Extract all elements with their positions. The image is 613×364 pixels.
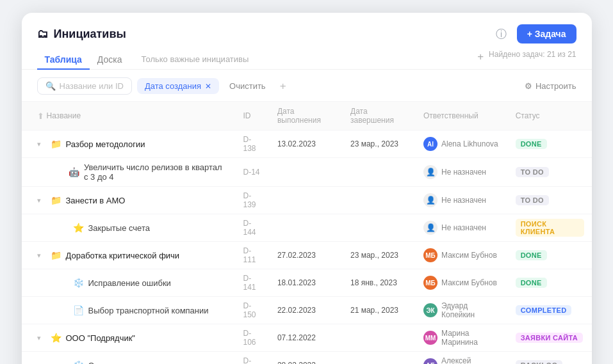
cell-end-date: 18 янв., 2023 [343, 269, 416, 297]
cell-due-date [270, 158, 343, 187]
settings-icon: ⚙ [525, 81, 532, 91]
status-badge: ПОИСК КЛИЕНТА [516, 219, 584, 237]
avatar-none: 👤 [423, 193, 437, 207]
status-badge: DONE [516, 250, 547, 260]
row-type-icon: ⭐ [73, 223, 84, 233]
table-row: ❄️Согласовать договорD-11028.03.2023АБАл… [22, 352, 592, 365]
tab-board[interactable]: Доска [90, 51, 130, 70]
row-label: Увеличить число релизов в квартал с 3 до… [84, 162, 228, 182]
chip-close-icon[interactable]: ✕ [205, 82, 211, 91]
date-filter-chip[interactable]: Дата создания ✕ [137, 78, 219, 94]
status-badge: DONE [516, 139, 547, 149]
cell-id: D-139 [236, 187, 270, 214]
assignee-name: Марина Маринина [441, 329, 500, 347]
row-label: Выбор транспортной компании [88, 306, 209, 315]
avatar: МБ [423, 276, 437, 290]
avatar: ЭК [423, 303, 437, 317]
cell-end-date [343, 158, 416, 187]
cell-due-date: 27.02.2023 [270, 242, 343, 269]
cell-status: DONE [508, 131, 592, 158]
row-type-icon: 📁 [51, 139, 61, 149]
cell-name: ▾📁Доработка критической фичи [22, 242, 236, 269]
tabs-add-icon[interactable]: + [477, 51, 484, 63]
tab-important[interactable]: Только важные инициативы [136, 51, 254, 69]
settings-label: Настроить [535, 81, 576, 91]
cell-assignee: МБМаксим Бубнов [416, 242, 508, 269]
row-type-icon: ❄️ [73, 278, 84, 288]
cell-id: D-14 [236, 158, 270, 187]
expand-chevron[interactable]: ▾ [37, 196, 46, 205]
cell-end-date [343, 214, 416, 242]
tasks-table: ⬆ Название ID Дата выполнения Дата завер… [22, 102, 592, 364]
cell-assignee: 👤Не назначен [416, 187, 508, 214]
table-row: ❄️Исправление ошибкиD-14118.01.202318 ян… [22, 269, 592, 297]
cell-name: ▾⭐ООО "Подрядчик" [22, 324, 236, 352]
assignee-name: Не назначен [441, 223, 486, 232]
cell-id: D-144 [236, 214, 270, 242]
settings-button[interactable]: ⚙ Настроить [525, 81, 576, 91]
table-header: ⬆ Название ID Дата выполнения Дата завер… [22, 102, 592, 131]
add-filter-icon[interactable]: + [276, 79, 290, 94]
row-type-icon: 📄 [73, 305, 84, 315]
cell-name: 🤖Увеличить число релизов в квартал с 3 д… [22, 158, 236, 187]
row-type-icon: 📁 [51, 195, 61, 205]
status-badge: BACKLOG [516, 360, 563, 364]
search-filter[interactable]: 🔍 Название или ID [37, 77, 132, 95]
row-label: Исправление ошибки [88, 278, 171, 288]
header-title: 🗂 Инициативы [37, 28, 126, 41]
assignee-name: Алексей Бибирев [441, 356, 500, 364]
expand-chevron[interactable]: ▾ [37, 251, 46, 260]
cell-assignee: АБАлексей Бибирев [416, 352, 508, 365]
tab-table[interactable]: Таблица [37, 51, 90, 70]
cell-due-date: 18.01.2023 [270, 269, 343, 297]
col-assignee: Ответственный [416, 102, 508, 131]
cell-status: BACKLOG [508, 352, 592, 365]
status-badge: COMPLETED [516, 305, 572, 315]
search-icon: 🔍 [45, 81, 56, 91]
cell-name: ⭐Закрытые счета [22, 214, 236, 242]
avatar: ММ [423, 331, 437, 345]
row-type-icon: ⭐ [51, 333, 61, 343]
clear-filter-button[interactable]: Очистить [224, 78, 271, 94]
add-task-button[interactable]: + Задача [517, 24, 576, 44]
cell-id: D-111 [236, 242, 270, 269]
card-header: 🗂 Инициативы ⓘ + Задача [22, 13, 592, 44]
status-badge: TO DO [516, 167, 549, 177]
row-type-icon: 📁 [51, 250, 61, 260]
assignee-name: Не назначен [441, 168, 486, 177]
cell-id: D-141 [236, 269, 270, 297]
cell-id: D-106 [236, 324, 270, 352]
cell-due-date: 13.02.2023 [270, 131, 343, 158]
table-row: ▾📁Разбор методологииD-13813.02.202323 ма… [22, 131, 592, 158]
expand-chevron[interactable]: ▾ [37, 334, 46, 342]
cell-name: ❄️Согласовать договор [22, 352, 236, 365]
row-type-icon: 🤖 [69, 167, 79, 177]
cell-end-date [343, 352, 416, 365]
row-label: ООО "Подрядчик" [66, 333, 135, 343]
main-card: 🗂 Инициативы ⓘ + Задача Таблица Доска То… [22, 13, 592, 364]
avatar-none: 👤 [423, 221, 437, 235]
found-count: Найдено задач: 21 из 21 [489, 50, 576, 64]
cell-status: TO DO [508, 158, 592, 187]
cell-status: COMPLETED [508, 297, 592, 324]
folder-icon: 🗂 [37, 28, 49, 41]
cell-assignee: МБМаксим Бубнов [416, 269, 508, 297]
expand-chevron[interactable]: ▾ [37, 140, 46, 148]
table-row: ▾⭐ООО "Подрядчик"D-10607.12.2022МММарина… [22, 324, 592, 352]
cell-due-date: 07.12.2022 [270, 324, 343, 352]
page-title: Инициативы [54, 28, 126, 41]
table-row: 📄Выбор транспортной компанииD-15022.02.2… [22, 297, 592, 324]
filters-bar: 🔍 Название или ID Дата создания ✕ Очисти… [22, 70, 592, 102]
chip-label: Дата создания [145, 81, 201, 91]
table-row: ▾📁Доработка критической фичиD-11127.02.2… [22, 242, 592, 269]
assignee-name: Максим Бубнов [441, 251, 497, 260]
info-button[interactable]: ⓘ [493, 25, 511, 43]
tabs-bar: Таблица Доска Только важные инициативы +… [22, 44, 592, 70]
col-status: Статус [508, 102, 592, 131]
cell-end-date [343, 324, 416, 352]
header-actions: ⓘ + Задача [493, 24, 576, 44]
row-type-icon: ❄️ [73, 360, 84, 364]
cell-name: 📄Выбор транспортной компании [22, 297, 236, 324]
search-placeholder: Название или ID [60, 81, 124, 91]
cell-status: DONE [508, 242, 592, 269]
